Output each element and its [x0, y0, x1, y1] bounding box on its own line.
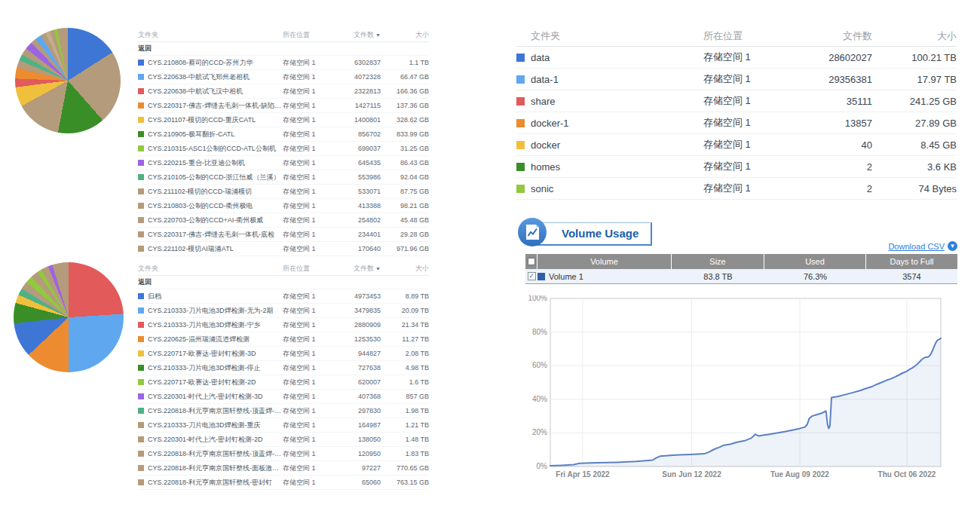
folder-size: 4.98 TB [381, 364, 429, 372]
folder-size: 241.25 GB [872, 96, 957, 107]
folder-row[interactable]: CYS.210905-极耳翻折-CATL存储空间 1856702833.99 G… [138, 127, 429, 142]
folder-row[interactable]: sonic存储空间 1274 Bytes [516, 178, 957, 200]
table-header-row: 文件夹 所在位置 文件数▼ 大小 [138, 29, 429, 42]
column-header-volume[interactable]: Volume [537, 254, 672, 269]
folder-row[interactable]: docker-1存储空间 11385727.89 GB [516, 112, 957, 134]
folder-size: 1.21 TB [381, 421, 429, 429]
column-header-files[interactable]: 文件数▼ [337, 30, 381, 40]
folder-size: 137.36 GB [381, 102, 429, 109]
column-header-folder[interactable]: 文件夹 [138, 264, 283, 274]
folder-row[interactable]: CYS.220215-重合-比亚迪公制机存储空间 164543586.43 GB [138, 156, 429, 170]
folder-name: CYS.220301-时代上汽-密封钉检测-2D [148, 435, 283, 445]
folder-size: 1.83 TB [381, 450, 429, 457]
folder-row[interactable]: CYS.220818-利元亨南京国轩整线-顶盖焊-2D存储空间 11209501… [138, 447, 429, 461]
x-axis-tick-label: Fri Apr 15 2022 [556, 470, 610, 479]
folder-name: CYS.220717-欧赛达-密封钉检测-3D [148, 349, 283, 359]
folder-color-swatch [138, 293, 144, 299]
folder-row[interactable]: CYS.210333-刀片电池3D焊检测-停止存储空间 17276384.98 … [138, 361, 429, 375]
folder-color-swatch [516, 141, 525, 149]
folder-name: CYS.210333-刀片电池3D焊检测-宁乡 [148, 320, 283, 330]
folder-name: share [531, 96, 703, 107]
folder-row[interactable]: CYS.220703-公制的CCD+AI-衢州极威存储空间 125480245.… [138, 213, 429, 228]
folder-row[interactable]: CYS.221102-模切AI瑞浦ATL存储空间 1170640971.96 G… [138, 242, 429, 256]
column-header-files[interactable]: 文件数 [774, 29, 872, 43]
table-body: CYS.210808-蔡司的CCD-苏州力华存储空间 163028371.1 T… [138, 56, 429, 256]
folder-row[interactable]: CYS.220638-中航试飞汉中相机存储空间 12322813166.36 G… [138, 84, 429, 99]
folder-row[interactable]: CYS.220818-利元亨南京国轩整线-密封钉存储空间 165060763.1… [138, 476, 429, 490]
column-header-location[interactable]: 所在位置 [283, 30, 337, 40]
folder-row[interactable]: 归档存储空间 149734538.89 TB [138, 289, 429, 304]
folder-color-swatch [138, 479, 144, 485]
volume-checkbox[interactable]: ✓ [528, 272, 536, 280]
y-axis-tick-label: 20% [532, 428, 547, 436]
folder-row[interactable]: CYS.220301-时代上汽-密封钉检测-3D存储空间 1407368857 … [138, 390, 429, 404]
folder-row[interactable]: CYS.220625-温州瑞浦流道焊检测存储空间 1125353011.27 T… [138, 332, 429, 347]
select-all-checkbox[interactable] [528, 258, 535, 265]
column-header-folder[interactable]: 文件夹 [138, 30, 283, 40]
folder-size: 100.21 TB [872, 52, 957, 63]
folder-location: 存储空间 1 [283, 72, 337, 82]
column-header-location[interactable]: 所在位置 [703, 29, 774, 43]
folder-row[interactable]: CYS.201107-模切的CCD-重庆CATL存储空间 11400801328… [138, 113, 429, 127]
folder-row[interactable]: CYS.210803-公制的CCD-衢州极电存储空间 141338898.21 … [138, 199, 429, 213]
folder-location: 存储空间 1 [283, 230, 337, 240]
folder-file-count: 170640 [337, 245, 381, 252]
folder-size: 1.1 TB [381, 59, 429, 66]
folder-location: 存储空间 1 [283, 158, 337, 168]
folder-file-count: 234401 [337, 231, 381, 238]
folder-name: CYS.201107-模切的CCD-重庆CATL [148, 115, 283, 125]
folder-file-count: 4973453 [337, 292, 381, 300]
folder-row[interactable]: docker存储空间 1408.45 GB [516, 134, 957, 156]
column-header-used[interactable]: Used [764, 254, 866, 269]
column-header-folder[interactable]: 文件夹 [531, 29, 703, 43]
folder-color-swatch [138, 131, 144, 137]
folder-size: 20.09 TB [381, 307, 429, 314]
column-header-location[interactable]: 所在位置 [283, 264, 337, 274]
folder-file-count: 2 [774, 161, 872, 173]
folder-size: 1.98 TB [381, 407, 429, 415]
x-axis-tick-label: Thu Oct 06 2022 [878, 470, 936, 479]
folder-row[interactable]: CYS.210333-刀片电池3D焊检测-重庆存储空间 11649871.21 … [138, 418, 429, 433]
folder-file-count: 35111 [774, 96, 872, 107]
folder-size: 27.89 GB [872, 118, 957, 129]
folder-row[interactable]: homes存储空间 123.6 KB [516, 156, 957, 178]
folder-row[interactable]: CYS.220301-时代上汽-密封钉检测-2D存储空间 11380501.48… [138, 433, 429, 447]
folder-row[interactable]: CYS.210333-刀片电池3D焊检测-宁乡存储空间 1288090921.3… [138, 318, 429, 332]
folder-row[interactable]: CYS.220818-利元亨南京国轩整线-顶盖焊-3D存储空间 12978301… [138, 404, 429, 418]
back-link[interactable]: 返回 [138, 42, 429, 56]
folder-location: 存储空间 1 [283, 101, 337, 111]
download-csv-link[interactable]: Download CSV ▼ [852, 241, 957, 251]
folder-row[interactable]: CYS.220818-利元亨南京国轩整线-面板激光焊接-...存储空间 1972… [138, 461, 429, 476]
folder-row[interactable]: CYS.210105-公制的CCD-浙江恒威（兰溪）存储空间 155398692… [138, 170, 429, 185]
folder-size: 2.08 TB [381, 350, 429, 357]
column-header-size[interactable]: Size [672, 254, 764, 269]
column-header-size[interactable]: 大小 [381, 30, 429, 40]
folder-row[interactable]: CYS.220317-佛吉-焊缝去毛刺一体机-底检存储空间 123440129.… [138, 228, 429, 242]
folder-row[interactable]: CYS.211102-模切的CCD-瑞浦模切存储空间 153307187.75 … [138, 185, 429, 199]
volume-used: 76.3% [764, 272, 866, 281]
column-header-files[interactable]: 文件数▼ [337, 264, 381, 274]
folder-row[interactable]: share存储空间 135111241.25 GB [516, 90, 957, 112]
folder-row[interactable]: CYS.220717-欧赛达-密封钉检测-3D存储空间 19448272.08 … [138, 347, 429, 361]
volume-row[interactable]: ✓ Volume 1 83.8 TB 76.3% 3574 [525, 269, 957, 283]
folder-name: CYS.210905-极耳翻折-CATL [148, 130, 283, 139]
folder-file-count: 164987 [337, 421, 381, 429]
folder-row[interactable]: CYS.210315-ASC1公制的CCD-ATL公制机存储空间 1699037… [138, 142, 429, 156]
folder-row[interactable]: CYS.220638-中航试飞郑州老相机存储空间 1407232866.47 G… [138, 70, 429, 84]
column-header-size[interactable]: 大小 [381, 264, 429, 274]
column-header-size[interactable]: 大小 [872, 29, 957, 43]
back-link[interactable]: 返回 [138, 276, 429, 289]
folder-row[interactable]: CYS.220717-欧赛达-密封钉检测-2D存储空间 16200071.6 T… [138, 375, 429, 390]
folder-row[interactable]: data-1存储空间 12935638117.97 TB [516, 69, 957, 90]
folder-row[interactable]: CYS.210808-蔡司的CCD-苏州力华存储空间 163028371.1 T… [138, 56, 429, 70]
folder-row[interactable]: data存储空间 128602027100.21 TB [516, 47, 957, 69]
folder-name: CYS.220215-重合-比亚迪公制机 [148, 158, 283, 168]
sort-desc-icon: ▼ [375, 32, 381, 38]
folder-row[interactable]: CYS.210333-刀片电池3D焊检测-无为-2期存储空间 134798352… [138, 304, 429, 318]
folder-row[interactable]: CYS.220317-佛吉-焊缝去毛刺一体机-缺陷检测存储空间 11427115… [138, 99, 429, 113]
column-header-days-to-full[interactable]: Days to Full [866, 254, 957, 269]
folder-location: 存储空间 1 [703, 182, 774, 195]
folder-color-swatch [138, 231, 144, 237]
folder-name: 归档 [148, 292, 283, 301]
folder-color-swatch [138, 145, 144, 151]
